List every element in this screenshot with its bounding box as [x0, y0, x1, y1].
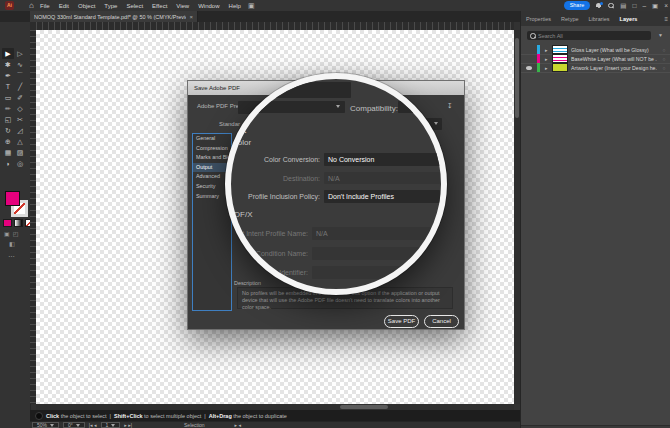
gradient-button[interactable]	[14, 219, 23, 227]
menu-view[interactable]: View	[176, 3, 189, 9]
minimize-icon[interactable]: –	[642, 0, 646, 11]
menu-type[interactable]: Type	[104, 3, 117, 9]
section-general[interactable]: General	[193, 134, 231, 144]
target-circle-icon[interactable]: ○	[657, 47, 670, 53]
scale-tool-icon[interactable]: ◿	[14, 125, 26, 136]
mesh-tool-icon[interactable]: ▦	[2, 147, 14, 158]
destination-value: N/A	[328, 175, 340, 182]
rotate-tool-icon[interactable]: ↻	[2, 125, 14, 136]
menu-object[interactable]: Object	[78, 3, 95, 9]
vertical-scrollbar-thumb[interactable]	[515, 38, 519, 118]
document-tab[interactable]: NOMOQ 330ml Standard Template.pdf* @ 50 …	[30, 11, 198, 22]
tab-libraries[interactable]: Libraries	[584, 16, 615, 22]
target-circle-icon[interactable]: ○	[657, 65, 670, 71]
destination-dropdown	[324, 172, 440, 184]
output-condition-identifier-label: Identifier:	[279, 269, 308, 276]
color-button[interactable]	[3, 219, 12, 227]
pen-tool-icon[interactable]: ✒	[2, 70, 14, 81]
gradient-tool-icon[interactable]: ▨	[14, 147, 26, 158]
close-window-icon[interactable]: ×	[664, 0, 668, 11]
menu-file[interactable]: File	[40, 3, 50, 9]
type-tool-icon[interactable]: T	[2, 81, 14, 92]
home-icon[interactable]: ⌂	[29, 1, 34, 11]
arrange-documents-icon[interactable]: ▣	[248, 1, 255, 10]
target-circle-icon[interactable]: ○	[657, 56, 670, 62]
hint-segment-3: the object to duplicate	[232, 413, 287, 419]
curvature-tool-icon[interactable]: ⌒	[14, 70, 26, 81]
layer-name[interactable]: Artwork Layer (Insert your Design he...	[571, 65, 657, 71]
layers-search-icon	[530, 33, 536, 39]
scissors-tool-icon[interactable]: ✂	[14, 114, 26, 125]
pencil-tool-icon[interactable]: ✏	[2, 103, 14, 114]
status-history-arrows[interactable]: ▸ ◂	[235, 422, 241, 428]
artboard-nav-prev[interactable]: |◂ ◂	[89, 422, 97, 428]
rectangle-tool-icon[interactable]: ▭	[2, 92, 14, 103]
dialog-section-list: General Compression Marks and Bleeds Out…	[192, 133, 232, 311]
destination-label: Destination:	[283, 175, 320, 182]
draw-behind-icon[interactable]: ◰	[13, 230, 19, 237]
menu-effect[interactable]: Effect	[152, 3, 167, 9]
save-pdf-button[interactable]: Save PDF	[384, 315, 419, 328]
expand-arrow-icon[interactable]: ▸	[545, 47, 552, 53]
artboard-number-select[interactable]: 1	[101, 422, 121, 428]
hint-tool-icon	[35, 412, 43, 420]
shaper-tool-icon[interactable]: ◇	[14, 103, 26, 114]
layers-search-input[interactable]	[527, 31, 651, 40]
screen-mode-icon[interactable]: ◧	[9, 240, 15, 247]
layer-name[interactable]: BaseWhite Layer (What will NOT be ...	[571, 56, 657, 62]
perspective-grid-tool-icon[interactable]: △	[14, 136, 26, 147]
paintbrush-tool-icon[interactable]: ✐	[14, 92, 26, 103]
menu-window[interactable]: Window	[198, 3, 219, 9]
expand-arrow-icon[interactable]: ▸	[545, 56, 552, 62]
workspace-switcher-icon[interactable]: ▤	[620, 0, 626, 11]
notifications-bell-icon[interactable]	[596, 3, 602, 9]
horizontal-scrollbar-thumb[interactable]	[340, 405, 388, 409]
shape-builder-tool-icon[interactable]: ⊕	[2, 136, 14, 147]
zoom-level-select[interactable]: 50%	[32, 422, 59, 428]
magic-wand-tool-icon[interactable]: ✱	[2, 59, 14, 70]
menu-edit[interactable]: Edit	[59, 3, 69, 9]
chevron-down-icon	[50, 424, 54, 427]
app-icon[interactable]: Ai	[5, 1, 14, 10]
cancel-button[interactable]: Cancel	[424, 315, 459, 328]
rotation-select[interactable]: 0°	[63, 422, 85, 428]
share-button[interactable]: Share	[564, 1, 591, 10]
section-marks-and-bleeds[interactable]: Marks and Bleeds	[193, 153, 231, 163]
menu-help[interactable]: Help	[229, 3, 241, 9]
layer-row-artwork[interactable]: ▸ Artwork Layer (Insert your Design he..…	[521, 63, 670, 73]
layer-thumbnail[interactable]	[552, 45, 568, 54]
document-tab-close-icon[interactable]: ×	[186, 14, 193, 20]
draw-normal-icon[interactable]: ▣	[4, 230, 10, 237]
artboard-nav-next[interactable]: ▸ ▸|	[124, 422, 132, 428]
filter-icon[interactable]: ▼	[658, 32, 663, 38]
maximize-icon[interactable]: □	[632, 0, 636, 11]
edit-toolbar-icon[interactable]: …	[8, 251, 16, 258]
eraser-tool-icon[interactable]: ◱	[2, 114, 14, 125]
restore-icon[interactable]: ▣	[652, 0, 658, 11]
direct-selection-tool-icon[interactable]: ▷	[14, 48, 26, 59]
fill-swatch[interactable]	[5, 191, 20, 206]
line-segment-tool-icon[interactable]: ╱	[14, 81, 26, 92]
menu-select[interactable]: Select	[126, 3, 143, 9]
visibility-toggle[interactable]	[521, 66, 537, 70]
color-section-heading: Color	[232, 138, 251, 147]
section-compression[interactable]: Compression	[193, 144, 231, 154]
tab-layers[interactable]: Layers	[615, 16, 643, 22]
layer-name[interactable]: Gloss Layer (What will be Glossy)	[571, 47, 657, 53]
expand-arrow-icon[interactable]: ▸	[545, 65, 552, 71]
layer-thumbnail[interactable]	[552, 63, 568, 72]
save-preset-icon[interactable]: ↧	[447, 102, 453, 110]
selection-tool-icon[interactable]: ▶	[2, 48, 14, 59]
hint-segment-2: to select multiple object	[143, 413, 202, 419]
output-intent-profile-name-label: put Intent Profile Name:	[234, 230, 308, 237]
tab-properties[interactable]: Properties	[521, 16, 556, 22]
lasso-tool-icon[interactable]: ∿	[14, 59, 26, 70]
eyedropper-tool-icon[interactable]: ◗	[2, 158, 14, 169]
blend-tool-icon[interactable]: ◎	[14, 158, 26, 169]
layer-thumbnail[interactable]	[552, 54, 568, 63]
panel-menu-icon[interactable]: ≡	[664, 16, 668, 22]
tab-retype[interactable]: Retype	[556, 16, 583, 22]
hint-segment-3-key: Alt+Drag	[209, 413, 232, 419]
search-icon[interactable]	[608, 3, 614, 9]
output-condition-name-label: t Condition Name:	[252, 250, 308, 257]
